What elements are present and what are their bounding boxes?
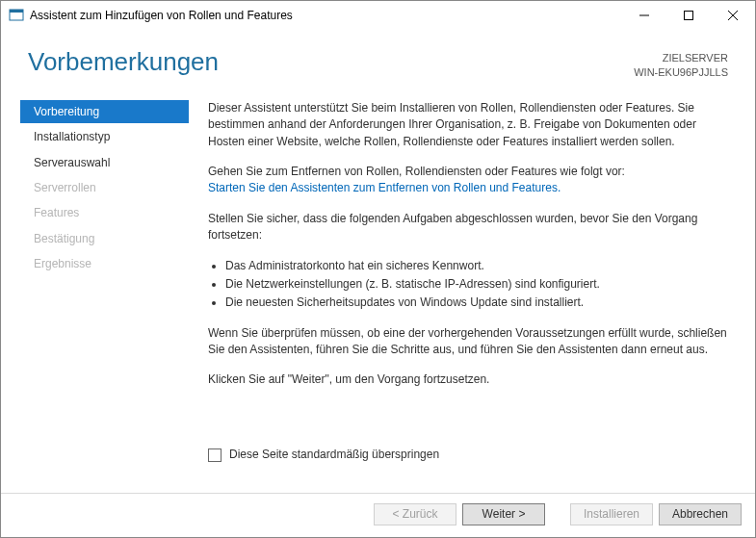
cancel-button[interactable]: Abbrechen	[659, 503, 742, 525]
window-controls	[622, 1, 755, 30]
nav-item-1[interactable]: Installationstyp	[20, 125, 189, 148]
wizard-nav: VorbereitungInstallationstypServerauswah…	[20, 98, 189, 493]
skip-label: Diese Seite standardmäßig überspringen	[229, 447, 439, 463]
maximize-button[interactable]	[666, 1, 711, 30]
body: VorbereitungInstallationstypServerauswah…	[1, 98, 755, 493]
nav-item-5: Bestätigung	[20, 227, 189, 250]
content: Dieser Assistent unterstützt Sie beim In…	[189, 98, 755, 493]
titlebar: Assistent zum Hinzufügen von Rollen und …	[1, 1, 755, 30]
app-icon	[9, 8, 24, 23]
window-title: Assistent zum Hinzufügen von Rollen und …	[30, 9, 622, 22]
prereq-item-1: Die Netzwerkeinstellungen (z. B. statisc…	[225, 276, 728, 293]
prereq-lead: Stellen Sie sicher, dass die folgenden A…	[208, 211, 728, 244]
svg-rect-1	[10, 10, 23, 13]
nav-item-3: Serverrollen	[20, 176, 189, 199]
target-server-label: ZIELSERVER	[634, 51, 728, 65]
prereq-item-2: Die neuesten Sicherheitsupdates von Wind…	[225, 295, 728, 311]
header: Vorbemerkungen ZIELSERVER WIN-EKU96PJJLL…	[1, 30, 755, 98]
verify-text: Wenn Sie überprüfen müssen, ob eine der …	[208, 325, 728, 359]
target-server-block: ZIELSERVER WIN-EKU96PJJLLS	[634, 47, 728, 81]
back-button: < Zurück	[374, 503, 456, 525]
nav-item-0[interactable]: Vorbereitung	[20, 100, 189, 123]
page-title: Vorbemerkungen	[28, 47, 634, 77]
remove-wizard-link[interactable]: Starten Sie den Assistenten zum Entferne…	[208, 181, 560, 194]
footer: < Zurück Weiter > Installieren Abbrechen	[1, 493, 755, 537]
skip-row: Diese Seite standardmäßig überspringen	[208, 447, 728, 463]
remove-paragraph: Gehen Sie zum Entfernen von Rollen, Roll…	[208, 164, 728, 197]
close-button[interactable]	[711, 1, 755, 30]
nav-item-6: Ergebnisse	[20, 252, 189, 275]
skip-checkbox[interactable]	[208, 448, 222, 462]
prereq-list: Das Administratorkonto hat ein sicheres …	[208, 258, 728, 312]
prereq-item-0: Das Administratorkonto hat ein sicheres …	[225, 258, 728, 274]
minimize-button[interactable]	[622, 1, 666, 30]
next-button[interactable]: Weiter >	[462, 503, 545, 525]
target-server-name: WIN-EKU96PJJLLS	[634, 65, 728, 80]
intro-text: Dieser Assistent unterstützt Sie beim In…	[208, 100, 728, 150]
continue-text: Klicken Sie auf "Weiter", um den Vorgang…	[208, 371, 728, 388]
install-button: Installieren	[570, 503, 653, 525]
nav-item-2[interactable]: Serverauswahl	[20, 151, 189, 174]
nav-item-4: Features	[20, 201, 189, 224]
svg-rect-3	[685, 12, 693, 20]
remove-lead: Gehen Sie zum Entfernen von Rollen, Roll…	[208, 165, 625, 178]
